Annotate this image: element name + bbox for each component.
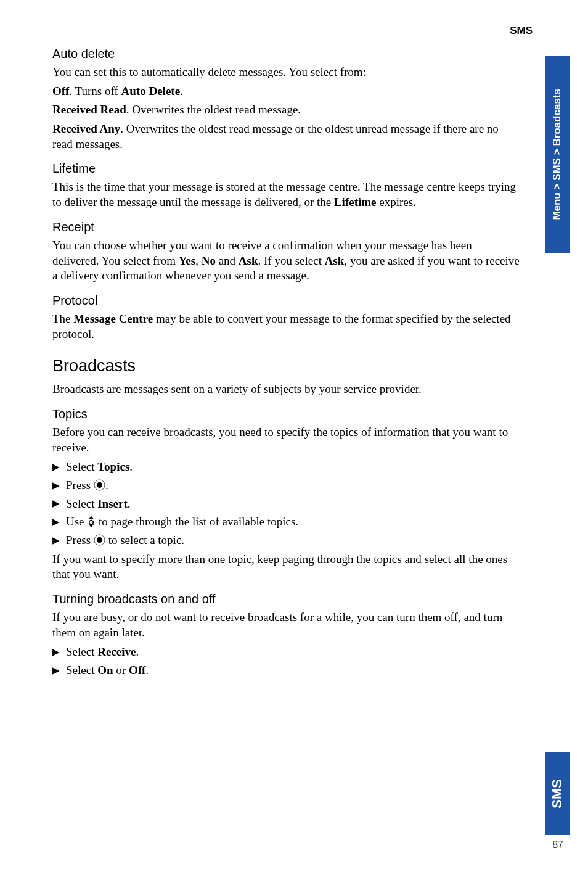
body-text: If you are busy, or do not want to recei…	[52, 610, 521, 640]
chapter-heading: SMS	[510, 25, 533, 37]
side-tab-breadcrumb-text: Menu > SMS > Broadcasts	[551, 89, 563, 220]
heading-lifetime: Lifetime	[52, 162, 521, 176]
bullet-icon: ▶	[52, 516, 66, 528]
list-item: ▶ Select Topics.	[52, 459, 521, 475]
body-text: You can set this to automatically delete…	[52, 65, 521, 80]
bullet-icon: ▶	[52, 497, 66, 509]
bullet-icon: ▶	[52, 646, 66, 658]
heading-topics: Topics	[52, 407, 521, 421]
bullet-icon: ▶	[52, 461, 66, 473]
list-item: ▶ Select On or Off.	[52, 662, 521, 678]
heading-auto-delete: Auto delete	[52, 47, 521, 61]
heading-receipt: Receipt	[52, 220, 521, 234]
select-key-icon	[94, 534, 105, 546]
list-item: ▶ Press .	[52, 477, 521, 493]
navigation-key-icon	[87, 516, 96, 528]
heading-turning-broadcasts: Turning broadcasts on and off	[52, 592, 521, 606]
select-key-icon	[94, 479, 105, 491]
svg-point-2	[89, 521, 94, 525]
bullet-icon: ▶	[52, 534, 66, 546]
body-text: The Message Centre may be able to conver…	[52, 311, 521, 342]
heading-protocol: Protocol	[52, 294, 521, 308]
list-item: ▶ Select Insert.	[52, 496, 521, 512]
list-item: ▶ Select Receive.	[52, 644, 521, 660]
svg-point-1	[97, 482, 103, 488]
body-text: Off. Turns off Auto Delete.	[52, 84, 521, 99]
body-text: Broadcasts are messages sent on a variet…	[52, 382, 521, 397]
page-content: Auto delete You can set this to automati…	[52, 47, 521, 678]
side-tab-section: SMS	[545, 752, 570, 835]
body-text: If you want to specify more than one top…	[52, 552, 521, 582]
body-text: This is the time that your message is st…	[52, 179, 521, 210]
side-tab-breadcrumb: Menu > SMS > Broadcasts	[545, 56, 570, 253]
svg-point-4	[97, 537, 103, 543]
body-text: You can choose whether you want to recei…	[52, 238, 521, 284]
bullet-icon: ▶	[52, 664, 66, 677]
bullet-icon: ▶	[52, 479, 66, 492]
list-item: ▶ Use to page through the list of availa…	[52, 514, 521, 530]
page-number: 87	[552, 839, 563, 850]
body-text: Received Read. Overwrites the oldest rea…	[52, 102, 521, 118]
body-text: Received Any. Overwrites the oldest read…	[52, 121, 521, 152]
heading-broadcasts: Broadcasts	[52, 356, 521, 376]
list-item: ▶ Press to select a topic.	[52, 532, 521, 548]
side-tab-section-text: SMS	[549, 779, 565, 809]
body-text: Before you can receive broadcasts, you n…	[52, 425, 521, 455]
